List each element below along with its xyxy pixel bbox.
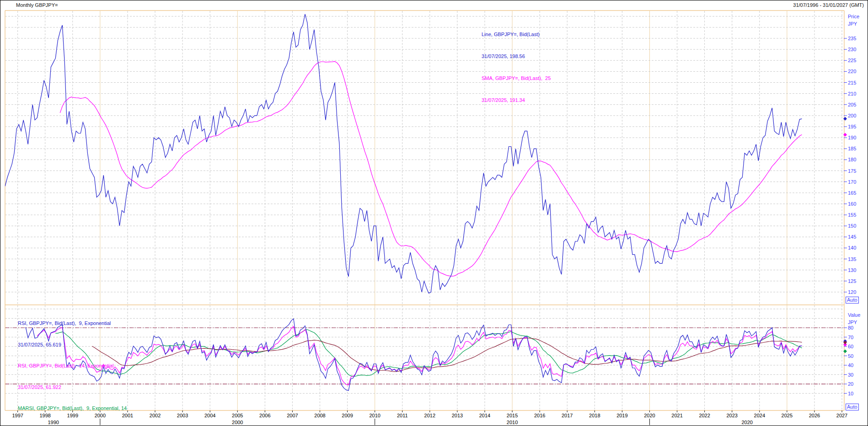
svg-text:2020: 2020 [644, 413, 655, 418]
svg-text:2003: 2003 [177, 413, 188, 418]
svg-text:190: 190 [848, 135, 856, 140]
svg-text:165: 165 [848, 190, 856, 196]
app-window: Monthly GBPJPY= 31/07/1996 - 31/01/2027 … [0, 0, 868, 426]
panel-borders [5, 11, 844, 410]
svg-text:2010: 2010 [507, 420, 518, 425]
svg-text:2011: 2011 [397, 413, 408, 418]
svg-text:2020: 2020 [741, 420, 752, 425]
marsi-14-25-line [92, 338, 802, 372]
svg-text:120: 120 [848, 289, 856, 295]
svg-text:2008: 2008 [314, 413, 325, 418]
price-line [5, 14, 802, 293]
value-axis[interactable]: 8070605040302010 [843, 325, 853, 396]
svg-text:150: 150 [848, 223, 856, 229]
price-axis-title: Price JPY [848, 13, 859, 27]
svg-text:215: 215 [848, 80, 856, 85]
rsi-panel-legend: RSI, GBPJPY=, Bid(Last), 9, Exponential … [18, 306, 129, 426]
svg-text:205: 205 [848, 102, 856, 107]
svg-text:2022: 2022 [699, 413, 710, 418]
svg-text:2012: 2012 [424, 413, 435, 418]
svg-text:40: 40 [848, 362, 853, 368]
legend-line-rsi14-value: 31/07/2025, 61.922 [18, 384, 129, 391]
svg-text:185: 185 [848, 146, 856, 151]
svg-text:2010: 2010 [369, 413, 380, 418]
svg-text:50: 50 [848, 353, 853, 359]
svg-text:2015: 2015 [507, 413, 518, 418]
svg-text:2018: 2018 [589, 413, 600, 418]
svg-text:200: 200 [848, 113, 856, 118]
svg-text:60: 60 [848, 344, 853, 349]
svg-text:220: 220 [848, 69, 856, 74]
svg-text:70: 70 [848, 335, 853, 340]
svg-text:10: 10 [848, 391, 853, 396]
svg-text:135: 135 [848, 256, 856, 262]
legend-line-rsi14: RSI, GBPJPY=, Bid(Last), 14, Exponential [18, 362, 129, 370]
svg-text:2017: 2017 [562, 413, 573, 418]
svg-text:155: 155 [848, 212, 856, 218]
svg-text:30: 30 [848, 372, 853, 378]
svg-text:2013: 2013 [452, 413, 463, 418]
svg-text:20: 20 [848, 381, 853, 387]
grid-layer [5, 11, 844, 410]
svg-text:195: 195 [848, 124, 856, 129]
legend-line-rsi9-value: 31/07/2025, 65.619 [18, 341, 129, 349]
svg-text:2024: 2024 [754, 413, 765, 418]
svg-text:2009: 2009 [342, 413, 353, 418]
svg-text:210: 210 [848, 91, 856, 96]
svg-text:2006: 2006 [259, 413, 270, 418]
svg-text:180: 180 [848, 157, 856, 162]
svg-text:2025: 2025 [782, 413, 793, 418]
chart-canvas[interactable]: 2352302252202152102052001951901851801751… [0, 0, 868, 426]
legend-line-price-value: 31/07/2025, 198.56 [482, 53, 551, 60]
svg-text:175: 175 [848, 168, 856, 174]
svg-text:2007: 2007 [287, 413, 298, 418]
svg-text:160: 160 [848, 201, 856, 207]
legend-line-rsi9: RSI, GBPJPY=, Bid(Last), 9, Exponential [18, 320, 129, 327]
svg-text:2000: 2000 [232, 420, 243, 425]
svg-text:2021: 2021 [671, 413, 682, 418]
svg-text:2027: 2027 [836, 413, 847, 418]
rsi-9-line [26, 319, 802, 390]
svg-text:2023: 2023 [726, 413, 737, 418]
marsi-9-14-line [55, 330, 802, 376]
svg-text:225: 225 [848, 58, 856, 63]
legend-line-marsi914: MARSI, GBPJPY=, Bid(Last), 9, Exponentia… [18, 405, 129, 412]
svg-text:125: 125 [848, 278, 856, 284]
svg-text:2004: 2004 [204, 413, 215, 418]
value-axis-auto-button[interactable]: Auto [846, 404, 859, 410]
price-axis[interactable]: 2352302252202152102052001951901851801751… [843, 36, 856, 295]
legend-line-sma-value: 31/07/2025, 191.34 [482, 96, 551, 104]
svg-text:130: 130 [848, 267, 856, 273]
price-axis-auto-button[interactable]: Auto [846, 297, 859, 304]
svg-text:2019: 2019 [616, 413, 627, 418]
legend-line-sma: SMA, GBPJPY=, Bid(Last), 25 [482, 75, 551, 82]
svg-text:2002: 2002 [150, 413, 161, 418]
svg-text:235: 235 [848, 36, 856, 41]
svg-text:230: 230 [848, 47, 856, 52]
value-axis-title: Value JPY [848, 311, 860, 326]
svg-text:170: 170 [848, 179, 856, 185]
svg-text:2005: 2005 [232, 413, 243, 418]
price-panel-legend: Line, GBPJPY=, Bid(Last) 31/07/2025, 198… [482, 16, 551, 118]
svg-text:145: 145 [848, 234, 856, 240]
svg-text:2014: 2014 [479, 413, 490, 418]
svg-text:140: 140 [848, 245, 856, 250]
svg-text:2016: 2016 [534, 413, 545, 418]
time-axis[interactable]: 1997199819992000200120022003200420052006… [12, 410, 847, 425]
legend-line-price: Line, GBPJPY=, Bid(Last) [482, 31, 551, 38]
svg-text:2026: 2026 [809, 413, 820, 418]
